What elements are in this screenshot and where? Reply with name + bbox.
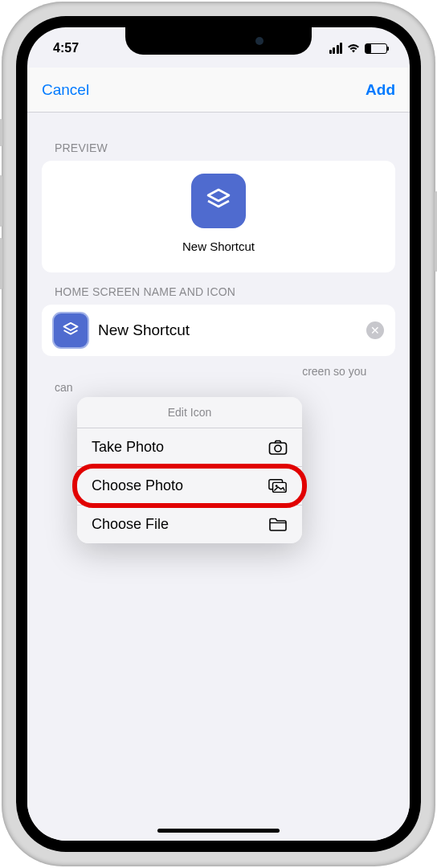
svg-rect-0	[270, 443, 287, 454]
camera-icon	[268, 440, 288, 456]
clear-text-button[interactable]: ✕	[366, 321, 384, 339]
folder-icon	[268, 517, 288, 533]
add-button[interactable]: Add	[366, 81, 395, 99]
preview-card: New Shortcut	[42, 161, 395, 272]
menu-item-choose-photo[interactable]: Choose Photo	[77, 467, 302, 506]
cancel-button[interactable]: Cancel	[42, 81, 89, 99]
edit-icon-menu-title: Edit Icon	[77, 397, 302, 428]
shortcut-app-icon	[191, 174, 246, 228]
shortcut-icon-small[interactable]	[53, 313, 88, 348]
preview-section-label: Preview	[27, 129, 410, 161]
menu-item-label: Take Photo	[92, 439, 164, 456]
close-icon: ✕	[370, 325, 380, 336]
battery-icon	[365, 43, 387, 54]
shortcut-name-input[interactable]	[98, 321, 357, 339]
cellular-signal-icon	[329, 43, 343, 54]
menu-item-label: Choose File	[92, 516, 169, 533]
volume-up-button	[0, 175, 2, 227]
name-and-icon-row: ✕	[42, 305, 395, 356]
edit-icon-menu: Edit Icon Take Photo Choose Photo Choose	[77, 397, 302, 543]
preview-shortcut-name: New Shortcut	[182, 240, 255, 253]
notch	[125, 27, 312, 55]
svg-point-1	[275, 445, 281, 452]
menu-item-label: Choose Photo	[92, 477, 183, 494]
svg-point-4	[276, 485, 278, 487]
volume-down-button	[0, 238, 2, 289]
home-indicator[interactable]	[157, 829, 280, 833]
nav-bar: Cancel Add	[27, 68, 410, 113]
home-screen-section-label: Home Screen Name and Icon	[27, 272, 410, 305]
silence-switch	[0, 119, 2, 146]
menu-item-take-photo[interactable]: Take Photo	[77, 428, 302, 467]
photos-icon	[268, 478, 288, 494]
wifi-icon	[346, 43, 361, 54]
status-time: 4:57	[50, 35, 79, 55]
menu-item-choose-file[interactable]: Choose File	[77, 506, 302, 543]
